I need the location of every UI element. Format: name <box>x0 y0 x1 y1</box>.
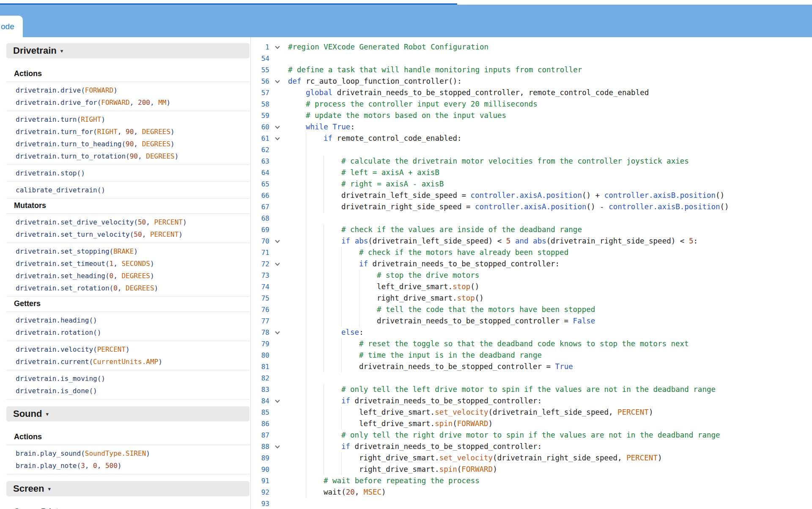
category-label: Screen <box>13 483 44 494</box>
line-number: 70 <box>251 237 273 245</box>
code-snippet[interactable]: drivetrain.drive_for(FORWARD, 200, MM) <box>6 96 250 109</box>
snippet-group: brain.play_sound(SoundType.SIREN)brain.p… <box>6 445 250 474</box>
code-snippet[interactable]: drivetrain.set_timeout(1, SECONDS) <box>6 257 250 270</box>
line-content[interactable]: if drivetrain_needs_to_be_stopped_contro… <box>288 441 542 452</box>
code-snippet[interactable]: drivetrain.set_drive_velocity(50, PERCEN… <box>6 216 250 228</box>
line-content[interactable]: if drivetrain_needs_to_be_stopped_contro… <box>288 395 542 407</box>
fold-spacer <box>273 156 288 167</box>
fold-spacer <box>273 178 288 190</box>
line-number: 81 <box>251 363 273 371</box>
code-snippet[interactable]: drivetrain.is_moving() <box>6 372 250 385</box>
line-content[interactable]: wait(20, MSEC) <box>288 487 386 498</box>
fold-chevron-icon[interactable] <box>273 395 288 407</box>
line-content[interactable]: if remote_control_code_enabled: <box>288 133 462 144</box>
line-content[interactable]: right_drive_smart.spin(FORWARD) <box>288 464 497 475</box>
sidebar-category-drivetrain[interactable]: Drivetrain▾ <box>6 43 250 58</box>
code-snippet[interactable]: drivetrain.velocity(PERCENT) <box>6 343 250 356</box>
line-number: 76 <box>251 306 273 314</box>
line-number: 68 <box>251 214 273 222</box>
line-content[interactable] <box>288 144 324 156</box>
line-content[interactable]: if drivetrain_needs_to_be_stopped_contro… <box>288 258 560 270</box>
line-content[interactable]: right_drive_smart.set_velocity(drivetrai… <box>288 452 662 464</box>
code-snippet[interactable]: drivetrain.turn(RIGHT) <box>6 113 250 126</box>
code-snippet[interactable]: drivetrain.rotation() <box>6 326 250 339</box>
code-snippet[interactable]: drivetrain.set_turn_velocity(50, PERCENT… <box>6 228 250 241</box>
line-content[interactable]: left_drive_smart.spin(FORWARD) <box>288 418 493 430</box>
editor-line: 55# define a task that will handle monit… <box>251 64 812 76</box>
line-content[interactable] <box>288 372 324 384</box>
line-number: 67 <box>251 203 273 211</box>
line-content[interactable]: # left = axisA + axisB <box>288 167 439 178</box>
line-content[interactable]: def rc_auto_loop_function_controller(): <box>288 76 462 87</box>
line-content[interactable]: left_drive_smart.stop() <box>288 281 479 293</box>
line-content[interactable]: # check if the motors have already been … <box>288 247 568 258</box>
line-number: 59 <box>251 112 273 120</box>
line-content[interactable]: if abs(drivetrain_left_side_speed) < 5 a… <box>288 235 698 247</box>
fold-chevron-icon[interactable] <box>273 133 288 144</box>
line-content[interactable]: # process the controller input every 20 … <box>288 99 538 110</box>
fold-spacer <box>273 201 288 213</box>
line-content[interactable] <box>288 213 324 224</box>
line-content[interactable]: # stop the drive motors <box>288 270 479 281</box>
line-content[interactable]: else: <box>288 327 364 338</box>
code-snippet[interactable]: drivetrain.current(CurrentUnits.AMP) <box>6 356 250 368</box>
line-number: 71 <box>251 249 273 257</box>
fold-spacer <box>273 498 288 509</box>
code-snippet[interactable]: drivetrain.turn_to_heading(90, DEGREES) <box>6 138 250 150</box>
fold-chevron-icon[interactable] <box>273 41 288 53</box>
snippet-group: drivetrain.heading()drivetrain.rotation(… <box>6 312 250 341</box>
line-content[interactable]: # time the input is in the deadband rang… <box>288 350 542 361</box>
fold-chevron-icon[interactable] <box>273 121 288 133</box>
fold-chevron-icon[interactable] <box>273 327 288 338</box>
code-editor[interactable]: 1#region VEXcode Generated Robot Configu… <box>251 37 812 509</box>
code-snippet[interactable]: drivetrain.turn_to_rotation(90, DEGREES) <box>6 150 250 162</box>
line-content[interactable]: # calculate the drivetrain motor velocit… <box>288 156 689 167</box>
line-content[interactable]: # define a task that will handle monitor… <box>288 64 582 76</box>
line-number: 64 <box>251 169 273 177</box>
code-snippet[interactable]: calibrate_drivetrain() <box>6 184 250 196</box>
line-content[interactable]: # only tell the right drive motor to spi… <box>288 430 720 441</box>
line-content[interactable]: # wait before repeating the process <box>288 475 480 487</box>
code-snippet[interactable]: drivetrain.set_heading(0, DEGREES) <box>6 270 250 282</box>
snippet-group: drivetrain.set_drive_velocity(50, PERCEN… <box>6 214 250 243</box>
line-content[interactable]: # right = axisA - axisB <box>288 178 444 190</box>
command-sidebar: Drivetrain▾Actionsdrivetrain.drive(FORWA… <box>0 37 251 509</box>
sidebar-category-screen[interactable]: Screen▾ <box>6 481 250 496</box>
line-content[interactable]: drivetrain_right_side_speed = controller… <box>288 201 729 213</box>
line-content[interactable]: drivetrain_left_side_speed = controller.… <box>288 190 724 201</box>
editor-line: 75right_drive_smart.stop() <box>251 293 812 304</box>
editor-line: 87# only tell the right drive motor to s… <box>251 430 812 441</box>
fold-chevron-icon[interactable] <box>273 258 288 270</box>
line-content[interactable]: right_drive_smart.stop() <box>288 293 484 304</box>
fold-spacer <box>273 475 288 487</box>
fold-chevron-icon[interactable] <box>273 76 288 87</box>
line-content[interactable]: # only tell the left drive motor to spin… <box>288 384 716 395</box>
code-tab[interactable]: ode <box>0 16 23 37</box>
line-content[interactable]: drivetrain_needs_to_be_stopped_controlle… <box>288 315 595 327</box>
line-content[interactable]: #region VEXcode Generated Robot Configur… <box>288 41 488 53</box>
code-snippet[interactable]: drivetrain.is_done() <box>6 385 250 397</box>
code-snippet[interactable]: drivetrain.turn_for(RIGHT, 90, DEGREES) <box>6 126 250 138</box>
line-content[interactable]: global drivetrain_needs_to_be_stopped_co… <box>288 87 649 99</box>
line-content[interactable]: # update the motors based on the input v… <box>288 110 506 121</box>
line-content[interactable]: # reset the toggle so that the deadband … <box>288 338 689 350</box>
line-content[interactable]: while True: <box>288 121 355 133</box>
code-snippet[interactable]: drivetrain.set_rotation(0, DEGREES) <box>6 282 250 294</box>
line-number: 57 <box>251 89 273 97</box>
line-content[interactable]: drivetrain_needs_to_be_stopped_controlle… <box>288 361 573 372</box>
sidebar-category-sound[interactable]: Sound▾ <box>6 406 250 421</box>
code-snippet[interactable]: drivetrain.set_stopping(BRAKE) <box>6 245 250 257</box>
code-snippet[interactable]: brain.play_note(3, 0, 500) <box>6 460 250 472</box>
code-snippet[interactable]: drivetrain.heading() <box>6 314 250 326</box>
code-snippet[interactable]: drivetrain.drive(FORWARD) <box>6 84 250 96</box>
code-snippet[interactable]: drivetrain.stop() <box>6 167 250 179</box>
line-content[interactable]: # check if the values are inside of the … <box>288 224 582 235</box>
editor-line: 80# time the input is in the deadband ra… <box>251 350 812 361</box>
fold-chevron-icon[interactable] <box>273 235 288 247</box>
code-snippet[interactable]: brain.play_sound(SoundType.SIREN) <box>6 447 250 460</box>
line-number: 79 <box>251 340 273 348</box>
line-content[interactable]: # tell the code that the motors have bee… <box>288 304 595 315</box>
fold-chevron-icon[interactable] <box>273 441 288 452</box>
editor-line: 73# stop the drive motors <box>251 270 812 281</box>
line-content[interactable]: left_drive_smart.set_velocity(drivetrain… <box>288 407 653 418</box>
